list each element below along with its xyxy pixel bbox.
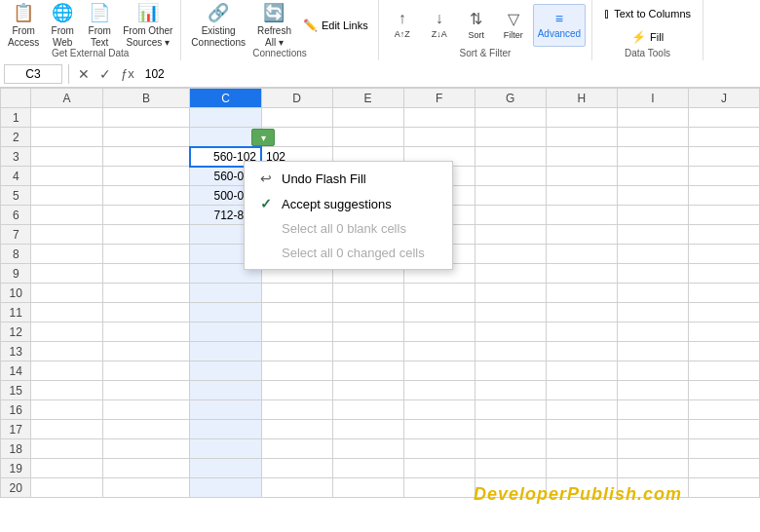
cell-A10[interactable] xyxy=(31,284,102,303)
cell-G16[interactable] xyxy=(475,400,546,420)
cell-H18[interactable] xyxy=(546,439,617,459)
formula-input[interactable]: 102 xyxy=(141,65,756,83)
refresh-all-button[interactable]: 🔄 Refresh All ▾ xyxy=(253,4,295,47)
cell-H17[interactable] xyxy=(546,420,617,439)
cell-H7[interactable] xyxy=(546,225,617,245)
cell-A17[interactable] xyxy=(31,420,102,439)
flash-fill-dropdown-button[interactable]: ▾ xyxy=(251,129,275,146)
flash-fill-button[interactable]: ⚡ Fill xyxy=(600,26,695,48)
cell-B17[interactable] xyxy=(102,420,190,439)
cell-J5[interactable] xyxy=(688,186,759,206)
cell-F11[interactable] xyxy=(403,303,475,323)
col-header-e[interactable]: E xyxy=(332,89,403,108)
row-number-10[interactable]: 10 xyxy=(1,284,31,303)
cell-A18[interactable] xyxy=(31,439,102,459)
cell-D17[interactable] xyxy=(261,420,332,439)
cell-J20[interactable] xyxy=(688,478,759,498)
cell-B4[interactable] xyxy=(102,167,190,186)
cell-C18[interactable] xyxy=(190,439,261,459)
cell-J8[interactable] xyxy=(688,245,759,264)
cell-G17[interactable] xyxy=(475,420,546,439)
cell-C14[interactable] xyxy=(190,361,261,381)
cell-G19[interactable] xyxy=(475,459,546,478)
cell-B10[interactable] xyxy=(102,284,190,303)
cell-G10[interactable] xyxy=(475,284,546,303)
cell-G9[interactable] xyxy=(475,264,546,284)
cell-I19[interactable] xyxy=(617,459,688,478)
cell-J6[interactable] xyxy=(688,206,759,225)
cell-C17[interactable] xyxy=(190,420,261,439)
cell-H16[interactable] xyxy=(546,400,617,420)
cell-B9[interactable] xyxy=(102,264,190,284)
confirm-formula-icon[interactable]: ✓ xyxy=(96,65,114,83)
cell-F12[interactable] xyxy=(403,323,475,342)
cell-C12[interactable] xyxy=(190,323,261,342)
undo-flash-fill-item[interactable]: ↩ Undo Flash Fill xyxy=(245,166,452,191)
cell-D18[interactable] xyxy=(261,439,332,459)
cell-G5[interactable] xyxy=(475,186,546,206)
cell-H13[interactable] xyxy=(546,342,617,361)
cell-I7[interactable] xyxy=(617,225,688,245)
cell-E13[interactable] xyxy=(332,342,403,361)
cell-D1[interactable] xyxy=(261,108,332,128)
cell-D10[interactable] xyxy=(261,284,332,303)
row-number-14[interactable]: 14 xyxy=(1,361,31,381)
cell-B20[interactable] xyxy=(102,478,190,498)
cell-F18[interactable] xyxy=(403,439,475,459)
cell-G13[interactable] xyxy=(475,342,546,361)
cell-F13[interactable] xyxy=(403,342,475,361)
cell-J2[interactable] xyxy=(688,128,759,147)
col-header-f[interactable]: F xyxy=(403,89,475,108)
cell-I1[interactable] xyxy=(617,108,688,128)
cell-E20[interactable] xyxy=(332,478,403,498)
cell-G15[interactable] xyxy=(475,381,546,400)
cell-C13[interactable] xyxy=(190,342,261,361)
row-number-11[interactable]: 11 xyxy=(1,303,31,323)
cell-A5[interactable] xyxy=(31,186,102,206)
cell-J10[interactable] xyxy=(688,284,759,303)
cell-I18[interactable] xyxy=(617,439,688,459)
row-number-9[interactable]: 9 xyxy=(1,264,31,284)
cell-G8[interactable] xyxy=(475,245,546,264)
cell-B18[interactable] xyxy=(102,439,190,459)
cell-D16[interactable] xyxy=(261,400,332,420)
cell-G1[interactable] xyxy=(475,108,546,128)
row-number-2[interactable]: 2 xyxy=(1,128,31,147)
row-number-16[interactable]: 16 xyxy=(1,400,31,420)
cell-E10[interactable] xyxy=(332,284,403,303)
cell-E12[interactable] xyxy=(332,323,403,342)
cell-G12[interactable] xyxy=(475,323,546,342)
cell-A14[interactable] xyxy=(31,361,102,381)
cell-I2[interactable] xyxy=(617,128,688,147)
cell-J7[interactable] xyxy=(688,225,759,245)
cell-F1[interactable] xyxy=(403,108,475,128)
cell-D14[interactable] xyxy=(261,361,332,381)
cell-H10[interactable] xyxy=(546,284,617,303)
sort-za-button[interactable]: ↓ Z↓A xyxy=(422,4,457,47)
cell-A15[interactable] xyxy=(31,381,102,400)
cell-J14[interactable] xyxy=(688,361,759,381)
row-number-15[interactable]: 15 xyxy=(1,381,31,400)
cell-E17[interactable] xyxy=(332,420,403,439)
cell-I17[interactable] xyxy=(617,420,688,439)
filter-button[interactable]: ▽ Filter xyxy=(496,4,531,47)
edit-links-button[interactable]: ✏️ Edit Links xyxy=(299,15,372,36)
row-number-19[interactable]: 19 xyxy=(1,459,31,478)
cell-H14[interactable] xyxy=(546,361,617,381)
col-header-i[interactable]: I xyxy=(617,89,688,108)
from-web-button[interactable]: 🌐 From Web xyxy=(45,4,80,47)
cell-J19[interactable] xyxy=(688,459,759,478)
col-header-j[interactable]: J xyxy=(688,89,759,108)
row-number-3[interactable]: 3 xyxy=(1,147,31,167)
cell-I8[interactable] xyxy=(617,245,688,264)
cell-B15[interactable] xyxy=(102,381,190,400)
sort-az-button[interactable]: ↑ A↑Z xyxy=(385,4,420,47)
existing-connections-button[interactable]: 🔗 Existing Connections xyxy=(187,4,249,47)
cell-A12[interactable] xyxy=(31,323,102,342)
cell-J4[interactable] xyxy=(688,167,759,186)
cell-G4[interactable] xyxy=(475,167,546,186)
cell-J18[interactable] xyxy=(688,439,759,459)
cell-E1[interactable] xyxy=(332,108,403,128)
cell-D19[interactable] xyxy=(261,459,332,478)
cell-C16[interactable] xyxy=(190,400,261,420)
